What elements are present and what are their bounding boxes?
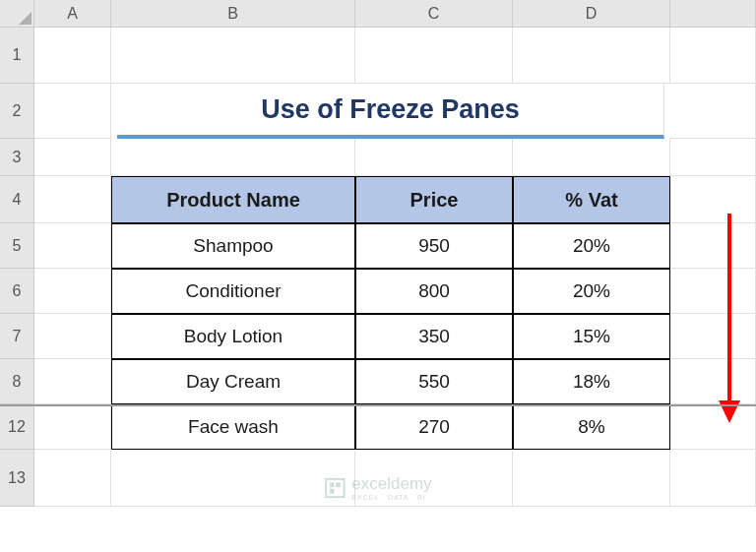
row-header-2[interactable]: 2 [0,84,34,139]
cell[interactable] [670,359,756,404]
row-header-1[interactable]: 1 [0,28,34,84]
cell[interactable] [670,223,756,269]
cell[interactable] [670,28,756,84]
cell[interactable] [34,28,111,84]
cell[interactable] [670,176,756,223]
row-header-6[interactable]: 6 [0,269,34,314]
table-row[interactable]: Shampoo [111,223,355,269]
cell[interactable] [34,84,111,139]
table-header-price[interactable]: Price [355,176,513,223]
row-header-3[interactable]: 3 [0,139,34,176]
page-title: Use of Freeze Panes [117,84,664,139]
table-row[interactable]: Face wash [111,404,355,450]
row-header-12[interactable]: 12 [0,404,34,450]
cell[interactable] [355,139,513,176]
row-header-8[interactable]: 8 [0,359,34,404]
cell[interactable] [34,223,111,269]
table-row[interactable]: 950 [355,223,513,269]
col-header-blank [670,0,756,28]
svg-rect-5 [330,488,335,493]
cell[interactable] [670,404,756,450]
col-header-c[interactable]: C [355,0,513,28]
svg-rect-2 [326,478,344,496]
cell[interactable] [34,269,111,314]
table-row[interactable]: Day Cream [111,359,355,404]
table-row[interactable]: 270 [355,404,513,450]
table-row[interactable]: Conditioner [111,269,355,314]
table-row[interactable]: 350 [355,314,513,359]
table-row[interactable]: Body Lotion [111,314,355,359]
watermark-tagline: EXCEL · DATA · BI [351,494,431,501]
cell[interactable] [670,269,756,314]
row-header-7[interactable]: 7 [0,314,34,359]
cell[interactable] [34,314,111,359]
cell[interactable] [34,450,111,507]
cell[interactable] [111,139,355,176]
cell[interactable] [34,139,111,176]
cell[interactable] [670,450,756,507]
table-row[interactable]: 18% [513,359,670,404]
cell[interactable] [34,359,111,404]
cell[interactable] [355,28,513,84]
row-header-4[interactable]: 4 [0,176,34,223]
cell[interactable] [513,450,670,507]
cell[interactable] [513,139,670,176]
row-header-13[interactable]: 13 [0,450,34,507]
col-header-d[interactable]: D [513,0,670,28]
col-header-b[interactable]: B [111,0,355,28]
col-header-a[interactable]: A [34,0,111,28]
cell[interactable] [670,84,756,139]
cell[interactable] [111,28,355,84]
cell[interactable] [670,314,756,359]
table-row[interactable]: 8% [513,404,670,450]
cell[interactable] [34,176,111,223]
watermark: exceldemy EXCEL · DATA · BI [324,474,431,501]
cell[interactable] [670,139,756,176]
row-header-5[interactable]: 5 [0,223,34,269]
svg-rect-3 [330,482,335,487]
watermark-name: exceldemy [351,474,431,493]
table-row[interactable]: 20% [513,269,670,314]
table-header-vat[interactable]: % Vat [513,176,670,223]
table-row[interactable]: 800 [355,269,513,314]
freeze-pane-divider [0,404,756,406]
table-header-product[interactable]: Product Name [111,176,355,223]
cell[interactable] [34,404,111,450]
table-row[interactable]: 20% [513,223,670,269]
table-row[interactable]: 15% [513,314,670,359]
select-all-corner[interactable] [0,0,34,28]
spreadsheet-grid: A B C D 1 2 Use of Freeze Panes 3 4 Prod… [0,0,756,507]
table-row[interactable]: 550 [355,359,513,404]
cell[interactable] [513,28,670,84]
cell[interactable] [111,450,355,507]
svg-rect-4 [336,482,341,487]
